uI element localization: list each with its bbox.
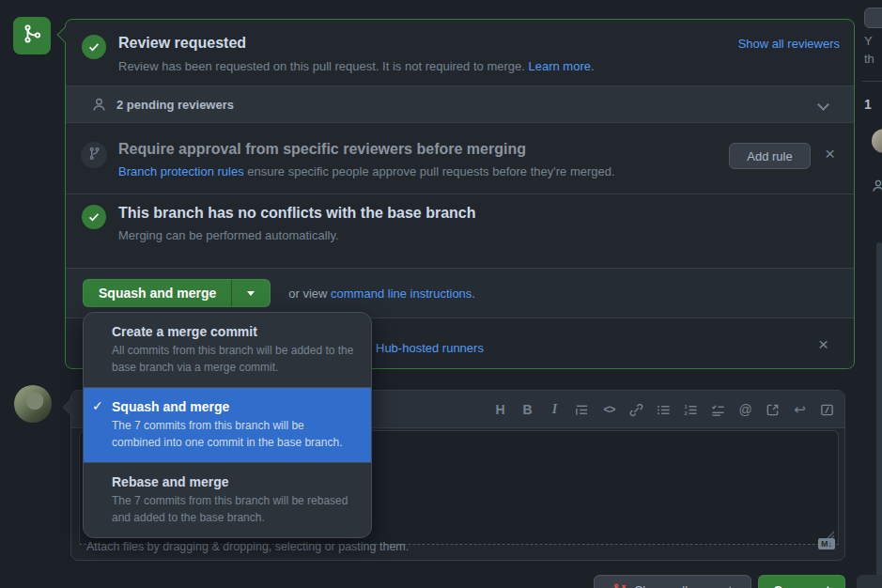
markdown-toolbar: H B I <> 12 @ xyxy=(492,391,835,428)
dismiss-runners-icon[interactable]: × xyxy=(818,338,828,351)
list-ordered-icon[interactable]: 12 xyxy=(683,401,699,418)
pending-reviewers-label: 2 pending reviewers xyxy=(116,98,234,112)
close-pull-request-button[interactable]: Close pull request xyxy=(594,575,751,588)
user-avatar xyxy=(14,385,52,423)
tasklist-icon[interactable] xyxy=(710,401,726,418)
close-pr-label: Close pull request xyxy=(634,583,732,588)
attach-files-hint: Attach files by dragging & dropping, sel… xyxy=(86,540,409,553)
no-conflicts-desc: Merging can be performed automatically. xyxy=(118,228,339,242)
sidebar-partial-text-2: th xyxy=(864,52,874,66)
link-icon[interactable] xyxy=(628,401,644,418)
no-conflicts-title: This branch has no conflicts with the ba… xyxy=(118,205,476,222)
sidebar-partial-icon xyxy=(871,178,882,197)
sidebar-partial-text-1: Y xyxy=(864,34,873,48)
show-all-reviewers-link[interactable]: Show all reviewers xyxy=(736,37,840,51)
merge-method-dropdown: Create a merge commit All commits from t… xyxy=(83,312,372,538)
menu-item-create-merge-commit[interactable]: Create a merge commit All commits from t… xyxy=(84,313,371,387)
pending-reviewers-row[interactable]: 2 pending reviewers xyxy=(66,85,854,123)
merge-button-label: Squash and merge xyxy=(84,280,231,306)
check-icon: ✓ xyxy=(92,398,103,413)
or-view-text: or view command line instructions. xyxy=(288,286,475,301)
hosted-runners-link[interactable]: Hub-hosted runners xyxy=(376,341,484,355)
scrollbar[interactable] xyxy=(876,242,882,588)
review-requested-title: Review requested xyxy=(118,35,246,52)
quote-icon[interactable] xyxy=(574,401,590,418)
branch-rule-icon xyxy=(87,147,101,164)
caret-down-icon xyxy=(247,291,255,296)
comment-button[interactable]: Comment xyxy=(758,575,845,588)
pr-closed-icon xyxy=(613,583,627,588)
add-rule-button[interactable]: Add rule xyxy=(729,143,811,169)
merge-action-row: Squash and merge or view command line in… xyxy=(66,269,854,317)
italic-icon[interactable]: I xyxy=(547,401,563,418)
chevron-down-icon xyxy=(817,99,829,111)
sidebar-partial-count: 1 xyxy=(864,97,872,112)
svg-text:1: 1 xyxy=(684,403,687,409)
divider xyxy=(66,193,854,194)
bold-icon[interactable]: B xyxy=(519,401,535,418)
svg-text:2: 2 xyxy=(684,410,687,416)
dismiss-branch-protection-icon[interactable]: × xyxy=(825,147,835,161)
command-line-instructions-link[interactable]: command line instructions xyxy=(331,286,472,301)
person-icon xyxy=(91,97,107,113)
sidebar-divider xyxy=(862,81,882,82)
sidebar-partial-block xyxy=(857,575,882,588)
slash-command-icon[interactable] xyxy=(819,401,835,418)
markdown-icon: M↓ xyxy=(818,538,835,549)
review-requested-check xyxy=(82,35,106,59)
reply-icon[interactable]: ↩ xyxy=(792,401,808,418)
code-icon[interactable]: <> xyxy=(601,401,617,418)
sidebar-partial-button[interactable] xyxy=(864,8,882,28)
review-requested-desc: Review has been requested on this pull r… xyxy=(118,57,682,74)
menu-item-rebase-and-merge[interactable]: Rebase and merge The 7 commits from this… xyxy=(84,462,371,537)
no-conflicts-check xyxy=(82,205,106,229)
squash-and-merge-button[interactable]: Squash and merge xyxy=(83,279,271,307)
branch-protection-desc: Branch protection rules ensure specific … xyxy=(118,162,701,179)
sidebar-partial-avatar xyxy=(872,129,882,153)
branch-protection-rules-link[interactable]: Branch protection rules xyxy=(118,164,244,178)
cross-reference-icon[interactable] xyxy=(765,401,781,418)
branch-protection-title: Require approval from specific reviewers… xyxy=(118,141,526,158)
branch-protection-icon-circle xyxy=(81,142,107,168)
timeline-merge-badge xyxy=(13,17,51,54)
mention-icon[interactable]: @ xyxy=(737,401,753,418)
learn-more-link[interactable]: Learn more. xyxy=(528,59,594,73)
merge-options-caret[interactable] xyxy=(231,280,270,306)
list-unordered-icon[interactable] xyxy=(656,401,672,418)
git-merge-icon xyxy=(21,23,43,49)
page: Review requested Review has been request… xyxy=(0,0,882,588)
heading-icon[interactable]: H xyxy=(492,401,508,418)
menu-item-squash-and-merge[interactable]: ✓ Squash and merge The 7 commits from th… xyxy=(84,387,371,462)
